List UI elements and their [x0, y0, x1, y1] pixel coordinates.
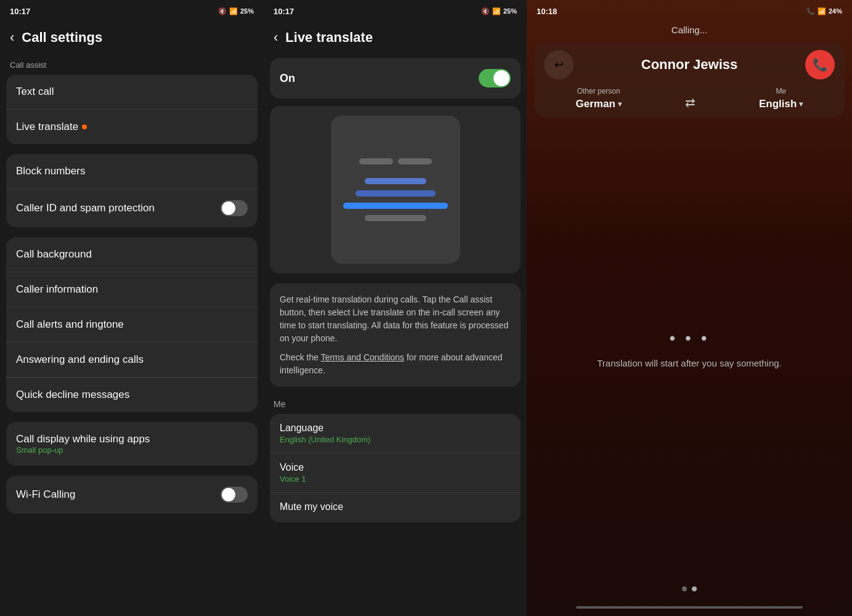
battery-2: 25% [503, 7, 517, 15]
call-icon: 📞 [806, 7, 815, 15]
other-person-lang: German [576, 98, 615, 110]
calling-panel: 10:18 📞 📶 24% Calling... ↩ Connor Jewiss… [527, 0, 852, 616]
status-icons-3: 📞 📶 24% [806, 7, 842, 15]
wifi-calling-label: Wi-Fi Calling [16, 488, 75, 501]
status-icons-2: 🔇 📶 25% [481, 7, 517, 15]
terms-link[interactable]: Terms and Conditions [321, 352, 404, 362]
toggle-on-label: On [280, 72, 295, 85]
page-title-2: Live translate [285, 30, 373, 46]
me-lang-label: Me [776, 87, 786, 95]
text-call-label: Text call [16, 86, 54, 98]
answering-calls-label: Answering and ending calls [16, 354, 144, 366]
toggle-row: On [270, 58, 521, 99]
live-translate-toggle[interactable] [479, 69, 511, 87]
phone-bar-1 [359, 158, 393, 164]
live-translate-header: ‹ Live translate [264, 22, 527, 55]
back-button-2[interactable]: ‹ [274, 30, 278, 46]
call-display-item[interactable]: Call display while using apps Small pop-… [6, 422, 258, 466]
description-text: Get real-time translation during calls. … [280, 293, 511, 345]
description-card: Get real-time translation during calls. … [270, 283, 521, 387]
text-call-item[interactable]: Text call [6, 75, 258, 110]
language-selectors: Other person German ▾ ⇄ Me English ▾ [544, 87, 835, 110]
end-call-icon: 📞 [813, 57, 828, 72]
phone-top-bar [359, 158, 432, 164]
voice-item[interactable]: Voice Voice 1 [270, 453, 521, 493]
call-card: ↩ Connor Jewiss 📞 Other person German ▾ … [534, 43, 845, 118]
status-time-2: 10:17 [274, 7, 294, 16]
call-card-header: ↩ Connor Jewiss 📞 [544, 50, 835, 79]
caller-info-item[interactable]: Caller information [6, 272, 258, 307]
mute-icon: 🔇 [218, 7, 227, 15]
status-time-3: 10:18 [537, 7, 557, 16]
call-alerts-item[interactable]: Call alerts and ringtone [6, 307, 258, 342]
page-dot-2 [692, 586, 697, 591]
mute-icon-2: 🔇 [481, 7, 490, 15]
call-alerts-label: Call alerts and ringtone [16, 318, 124, 331]
translate-line-2 [355, 190, 436, 197]
caller-info-label: Caller information [16, 283, 98, 296]
calling-status: Calling... [527, 22, 852, 40]
other-person-label: Other person [577, 87, 620, 95]
mute-item[interactable]: Mute my voice [270, 493, 521, 522]
quick-decline-item[interactable]: Quick decline messages [6, 378, 258, 412]
call-display-group: Call display while using apps Small pop-… [6, 422, 258, 466]
call-settings-header: ‹ Call settings [0, 22, 264, 55]
call-display-sub: Small pop-up [16, 445, 150, 455]
preview-phone [331, 116, 460, 264]
me-lang: English [759, 98, 797, 110]
battery-1: 25% [240, 7, 254, 15]
signal-icon: 📶 [229, 7, 238, 15]
live-translate-item[interactable]: Live translate [6, 110, 258, 144]
signal-icon-3: 📶 [818, 7, 826, 15]
page-title-1: Call settings [22, 30, 102, 46]
translate-line-1 [365, 178, 426, 184]
chevron-down-icon-2: ▾ [799, 100, 803, 108]
status-bar-3: 10:18 📞 📶 24% [527, 0, 852, 22]
page-dot-1 [682, 586, 687, 591]
translate-line-4 [365, 215, 426, 221]
battery-3: 24% [829, 7, 842, 15]
translation-area: • • • Translation will start after you s… [527, 120, 852, 577]
live-translate-panel: 10:17 🔇 📶 25% ‹ Live translate On Get re… [264, 0, 527, 616]
wifi-calling-group: Wi-Fi Calling [6, 476, 258, 514]
me-lang-select[interactable]: English ▾ [759, 98, 803, 110]
back-button-1[interactable]: ‹ [10, 30, 14, 46]
status-time-1: 10:17 [10, 7, 30, 16]
assist-icon: ↩ [554, 58, 564, 71]
me-section-label: Me [264, 392, 527, 411]
call-background-item[interactable]: Call background [6, 237, 258, 272]
wifi-calling-item[interactable]: Wi-Fi Calling [6, 476, 258, 514]
caller-id-item[interactable]: Caller ID and spam protection [6, 189, 258, 227]
terms-text: Check the Terms and Conditions for more … [280, 351, 511, 377]
other-person-selector: Other person German ▾ [576, 87, 622, 110]
signal-icon-2: 📶 [492, 7, 501, 15]
call-settings-panel: 10:17 🔇 📶 25% ‹ Call settings Call assis… [0, 0, 264, 616]
mute-label: Mute my voice [280, 501, 511, 513]
voice-value: Voice 1 [280, 474, 511, 484]
caller-name: Connor Jewiss [574, 57, 805, 73]
live-translate-label: Live translate [16, 121, 87, 133]
caller-id-label: Caller ID and spam protection [16, 202, 155, 214]
block-numbers-group: Block numbers Caller ID and spam protect… [6, 154, 258, 227]
language-value: English (United Kingdom) [280, 435, 511, 444]
other-person-lang-select[interactable]: German ▾ [576, 98, 622, 110]
language-label: Language [280, 423, 511, 434]
end-call-button[interactable]: 📞 [805, 50, 835, 79]
chevron-down-icon-1: ▾ [618, 100, 622, 108]
block-numbers-item[interactable]: Block numbers [6, 154, 258, 189]
quick-decline-label: Quick decline messages [16, 389, 129, 401]
preview-card [270, 106, 521, 274]
translate-line-3 [343, 203, 448, 209]
call-assist-button[interactable]: ↩ [544, 50, 574, 79]
scroll-indicator [576, 606, 803, 609]
swap-languages-icon[interactable]: ⇄ [685, 95, 696, 110]
status-bar-1: 10:17 🔇 📶 25% [0, 0, 264, 22]
me-selector: Me English ▾ [759, 87, 803, 110]
call-display-content: Call display while using apps Small pop-… [16, 433, 150, 455]
call-assist-group: Text call Live translate [6, 75, 258, 144]
language-item[interactable]: Language English (United Kingdom) [270, 414, 521, 453]
wifi-calling-toggle[interactable] [221, 487, 248, 503]
caller-id-toggle[interactable] [221, 200, 248, 216]
phone-bar-2 [398, 158, 432, 164]
answering-calls-item[interactable]: Answering and ending calls [6, 342, 258, 378]
